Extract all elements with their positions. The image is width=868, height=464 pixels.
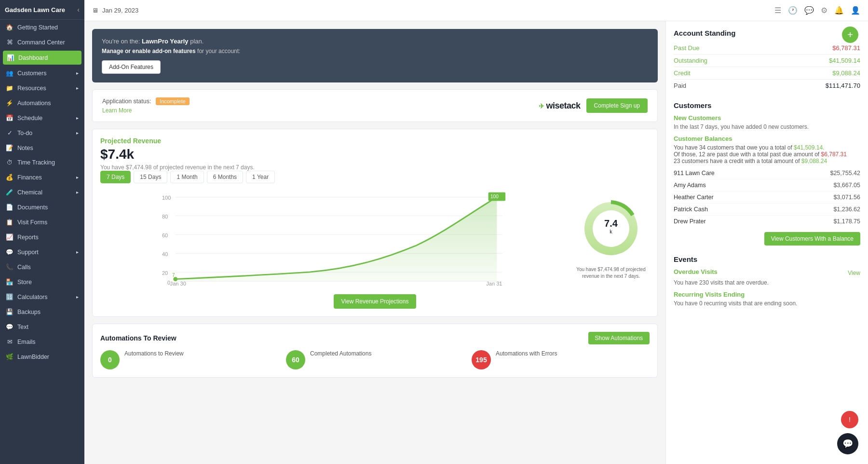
standing-label[interactable]: Outstanding: [674, 57, 707, 64]
automations-header: Automations To Review Show Automations: [100, 332, 650, 344]
sidebar-header: Gadsden Lawn Care ‹: [0, 0, 84, 20]
chevron-right-icon: ▸: [76, 130, 79, 136]
sidebar-item-schedule[interactable]: 📅 Schedule ▸: [0, 110, 84, 125]
new-customers-title: New Customers: [674, 114, 860, 122]
chart-svg: 100 80 60 40 20 0: [100, 189, 567, 286]
complete-signup-button[interactable]: Complete Sign up: [586, 98, 648, 113]
finances-icon: 💰: [6, 174, 14, 181]
clock-icon[interactable]: 🕐: [788, 6, 798, 15]
sidebar-label-visit-forms: Visit Forms: [17, 219, 47, 226]
time-tab-7-days[interactable]: 7 Days: [100, 171, 131, 183]
fab-button[interactable]: +: [842, 27, 858, 43]
topbar-left: 🖥 Jan 29, 2023: [92, 7, 138, 14]
auto-badge: 195: [472, 350, 491, 369]
topbar: 🖥 Jan 29, 2023 ☰ 🕐 💬 ⚙ 🔔 👤: [84, 0, 868, 21]
recurring-visits-title: Recurring Visits Ending: [674, 291, 860, 298]
customers-icon: 👥: [6, 69, 14, 77]
sidebar-label-calculators: Calculators: [17, 294, 48, 300]
sidebar-item-chemical[interactable]: 🧪 Chemical ▸: [0, 185, 84, 200]
list-icon[interactable]: ☰: [774, 6, 781, 15]
sidebar-item-calls[interactable]: 📞 Calls: [0, 259, 84, 274]
wisetack-logo: ✈ wisetack: [539, 101, 581, 111]
auto-card: 0 Automations to Review: [100, 350, 278, 369]
sidebar-item-backups[interactable]: 💾 Backups: [0, 304, 84, 319]
time-tab-1-year[interactable]: 1 Year: [246, 171, 275, 183]
svg-text:Jan 31: Jan 31: [486, 281, 502, 286]
svg-text:20: 20: [162, 270, 168, 276]
command-center-icon: ⌘: [6, 39, 14, 46]
notes-icon: 📝: [6, 144, 14, 151]
status-badge: Incomplete: [156, 97, 190, 105]
sidebar-label-command-center: Command Center: [17, 39, 65, 46]
learn-more-link[interactable]: Learn More: [102, 107, 190, 114]
sidebar-item-text[interactable]: 💬 Text: [0, 319, 84, 334]
sidebar-item-emails[interactable]: ✉ Emails: [0, 334, 84, 349]
svg-text:100: 100: [162, 195, 171, 201]
sidebar-item-documents[interactable]: 📄 Documents: [0, 200, 84, 215]
sidebar-item-getting-started[interactable]: 🏠 Getting Started: [0, 20, 84, 35]
bell-icon[interactable]: 🔔: [834, 6, 844, 15]
svg-text:60: 60: [162, 232, 168, 238]
sidebar-item-finances[interactable]: 💰 Finances ▸: [0, 170, 84, 185]
auto-card-label: Automations to Review: [124, 350, 184, 357]
plan-name: LawnPro Yearly: [142, 38, 189, 45]
sidebar-item-visit-forms[interactable]: 📋 Visit Forms: [0, 215, 84, 230]
time-tab-6-months[interactable]: 6 Months: [207, 171, 243, 183]
sidebar-item-support[interactable]: 💬 Support ▸: [0, 245, 84, 259]
auto-card-label: Automations with Errors: [496, 350, 557, 357]
standing-value: $41,509.14: [829, 57, 860, 64]
overdue-visits-title: Overdue Visits: [674, 268, 718, 275]
chat-button[interactable]: 💬: [837, 433, 858, 454]
view-customers-balance-button[interactable]: View Customers With a Balance: [764, 232, 860, 246]
svg-text:40: 40: [162, 251, 168, 257]
time-tracking-icon: ⏱: [6, 159, 14, 166]
app-status-row: Application status: Incomplete: [102, 97, 190, 105]
standing-label[interactable]: Credit: [674, 69, 691, 77]
sidebar-item-store[interactable]: 🏪 Store: [0, 274, 84, 289]
sidebar-item-lawnbidder[interactable]: 🌿 LawnBidder: [0, 349, 84, 364]
sidebar-item-notes[interactable]: 📝 Notes: [0, 140, 84, 155]
sidebar-label-getting-started: Getting Started: [17, 24, 58, 31]
addon-features-button[interactable]: Add-On Features: [102, 60, 161, 74]
sidebar-item-reports[interactable]: 📈 Reports: [0, 230, 84, 245]
balance-row: Drew Prater $1,178.75: [674, 216, 860, 227]
sidebar-nav: 🏠 Getting Started ⌘ Command Center 📊 Das…: [0, 20, 84, 364]
balance-rows: 911 Lawn Care $25,755.42Amy Adams $3,667…: [674, 167, 860, 227]
gear-icon[interactable]: ⚙: [821, 6, 827, 15]
sidebar-label-schedule: Schedule: [17, 115, 42, 122]
sidebar-label-lawnbidder: LawnBidder: [17, 354, 49, 360]
auto-badge: 0: [100, 350, 120, 369]
sidebar-label-calls: Calls: [17, 264, 31, 271]
time-tab-1-month[interactable]: 1 Month: [170, 171, 203, 183]
balance-row: 911 Lawn Care $25,755.42: [674, 167, 860, 179]
revenue-description: You have $7,474.98 of projected revenue …: [100, 164, 650, 171]
alert-button[interactable]: !: [841, 411, 858, 428]
time-tab-15-days[interactable]: 15 Days: [134, 171, 167, 183]
account-standing-title: Account Standing: [674, 29, 860, 37]
standing-label[interactable]: Past Due: [674, 44, 699, 52]
overdue-view-link[interactable]: View: [848, 270, 860, 276]
balance-customer-name: Drew Prater: [674, 218, 706, 225]
balance-customer-name: Patrick Cash: [674, 206, 708, 213]
sidebar-item-time-tracking[interactable]: ⏱ Time Tracking: [0, 155, 84, 170]
sidebar-item-to-do[interactable]: ✓ To-do ▸: [0, 125, 84, 140]
auto-card-label: Completed Automations: [310, 350, 371, 357]
sidebar-label-dashboard: Dashboard: [18, 55, 48, 61]
sidebar-item-calculators[interactable]: 🔢 Calculators ▸: [0, 289, 84, 304]
sidebar-item-automations[interactable]: ⚡ Automations: [0, 96, 84, 110]
chat-icon[interactable]: 💬: [804, 6, 814, 15]
sidebar-item-resources[interactable]: 📁 Resources ▸: [0, 81, 84, 96]
show-automations-button[interactable]: Show Automations: [588, 332, 650, 344]
sidebar-item-dashboard[interactable]: 📊 Dashboard: [3, 51, 81, 65]
sidebar-label-automations: Automations: [17, 100, 51, 107]
view-revenue-projections-button[interactable]: View Revenue Projections: [334, 294, 417, 309]
user-icon[interactable]: 👤: [851, 6, 860, 15]
revenue-section: Projected Revenue $7.4k You have $7,474.…: [92, 129, 658, 317]
sidebar-item-customers[interactable]: 👥 Customers ▸: [0, 66, 84, 81]
sidebar-collapse-icon[interactable]: ‹: [77, 6, 80, 14]
sidebar-item-command-center[interactable]: ⌘ Command Center: [0, 35, 84, 50]
topbar-right: ☰ 🕐 💬 ⚙ 🔔 👤: [774, 6, 860, 15]
visit-forms-icon: 📋: [6, 218, 14, 226]
monitor-icon: 🖥: [92, 7, 98, 14]
revenue-chart-area: 100 80 60 40 20 0: [100, 189, 650, 286]
